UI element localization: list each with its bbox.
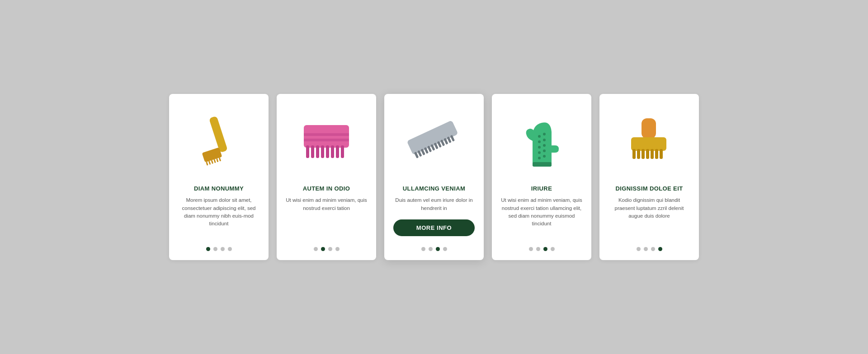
card-4-dots — [529, 243, 555, 251]
dot-active — [436, 247, 440, 251]
dot — [314, 247, 318, 251]
svg-rect-10 — [311, 145, 314, 158]
dot — [529, 247, 533, 251]
svg-rect-50 — [655, 149, 658, 159]
dot — [429, 247, 433, 251]
dot — [213, 247, 217, 251]
dot — [644, 247, 648, 251]
card-2-text: Ut wisi enim ad minim veniam, quis nostr… — [286, 196, 367, 236]
card-5: DIGNISSIM DOLOE EIT Kodio dignissim qui … — [599, 94, 699, 260]
svg-rect-48 — [646, 149, 649, 159]
svg-point-33 — [543, 133, 546, 135]
card-4-text: Ut wisi enim ad minim veniam, quis nostr… — [501, 196, 582, 236]
dot — [536, 247, 540, 251]
cards-container: DIAM NONUMMY Morem ipsum dolor sit amet,… — [156, 76, 712, 278]
svg-point-34 — [538, 140, 541, 143]
svg-rect-18 — [304, 139, 349, 141]
svg-rect-8 — [304, 125, 349, 148]
svg-rect-12 — [321, 145, 324, 158]
card-1-dots — [206, 243, 232, 251]
svg-rect-45 — [632, 149, 636, 159]
dot-active — [206, 247, 210, 251]
icon-area-1 — [178, 105, 259, 177]
dot — [637, 247, 641, 251]
card-5-dots — [637, 243, 662, 251]
card-3: ULLAMCING VENIAM Duis autem vel eum iriu… — [384, 94, 484, 260]
icon-area-5 — [609, 105, 690, 177]
wide-comb-icon — [299, 116, 354, 166]
svg-rect-42 — [533, 162, 552, 167]
svg-rect-16 — [341, 145, 344, 158]
icon-area-2 — [286, 105, 367, 177]
dot — [221, 247, 225, 251]
svg-rect-6 — [216, 158, 218, 163]
svg-rect-13 — [326, 145, 329, 158]
svg-rect-0 — [209, 116, 228, 153]
icon-area-4 — [501, 105, 582, 177]
svg-point-35 — [543, 139, 546, 141]
svg-rect-44 — [631, 137, 666, 151]
dot — [335, 247, 340, 251]
svg-rect-14 — [331, 145, 334, 158]
card-4-title: IRIURE — [531, 185, 552, 192]
svg-rect-4 — [211, 160, 213, 164]
icon-area-3 — [393, 105, 475, 177]
svg-point-32 — [538, 135, 541, 138]
dot — [443, 247, 447, 251]
card-3-dots — [421, 243, 447, 251]
svg-rect-9 — [306, 145, 309, 158]
svg-rect-43 — [642, 118, 656, 139]
card-2: AUTEM IN ODIO Ut wisi enim ad minim veni… — [277, 94, 376, 260]
svg-rect-3 — [208, 161, 211, 165]
svg-rect-49 — [651, 149, 654, 159]
dot-active — [543, 247, 547, 251]
more-info-button[interactable]: MORE INFO — [393, 219, 475, 236]
card-4: IRIURE Ut wisi enim ad minim veniam, qui… — [492, 94, 591, 260]
card-1-title: DIAM NONUMMY — [194, 185, 244, 192]
svg-point-39 — [543, 149, 546, 152]
dot — [651, 247, 655, 251]
card-2-title: AUTEM IN ODIO — [303, 185, 350, 192]
dot — [328, 247, 332, 251]
svg-rect-5 — [213, 159, 216, 163]
card-3-text: Duis autem vel eum iriure dolor in hendr… — [393, 196, 475, 212]
svg-rect-11 — [316, 145, 319, 158]
svg-rect-47 — [642, 149, 645, 159]
card-5-text: Kodio dignissim qui blandit praesent lup… — [609, 196, 690, 236]
svg-rect-2 — [206, 162, 208, 166]
flat-brush-icon — [400, 121, 468, 161]
dot — [421, 247, 425, 251]
svg-point-36 — [538, 146, 541, 149]
svg-point-41 — [543, 155, 546, 158]
dot-active — [658, 247, 662, 251]
handle-comb-icon — [624, 114, 674, 168]
svg-point-37 — [543, 144, 546, 147]
svg-rect-51 — [660, 149, 663, 159]
card-5-title: DIGNISSIM DOLOE EIT — [616, 185, 683, 192]
glove-icon — [519, 112, 564, 170]
svg-rect-15 — [336, 145, 339, 158]
svg-point-40 — [538, 157, 541, 159]
dot — [228, 247, 232, 251]
svg-point-38 — [538, 151, 541, 154]
svg-rect-19 — [407, 120, 458, 155]
toothbrush-icon — [198, 112, 239, 170]
svg-rect-1 — [202, 148, 222, 163]
card-1: DIAM NONUMMY Morem ipsum dolor sit amet,… — [169, 94, 269, 260]
svg-rect-17 — [304, 133, 349, 136]
card-1-text: Morem ipsum dolor sit amet, consectetuer… — [178, 196, 259, 236]
card-3-title: ULLAMCING VENIAM — [403, 185, 465, 192]
dot-active — [321, 247, 325, 251]
svg-rect-46 — [637, 149, 640, 159]
card-2-dots — [314, 243, 340, 251]
dot — [551, 247, 555, 251]
svg-rect-7 — [219, 158, 221, 162]
